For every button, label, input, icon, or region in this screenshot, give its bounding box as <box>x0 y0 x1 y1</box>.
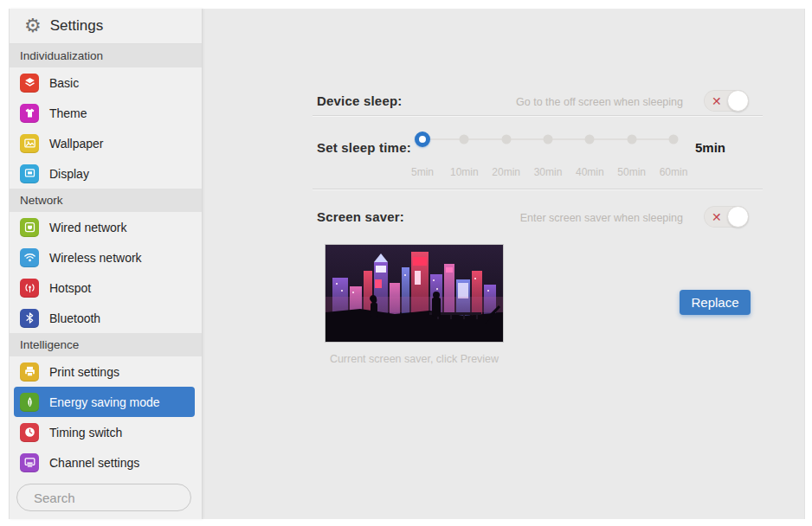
sidebar-item-display[interactable]: Display <box>10 158 202 189</box>
screen-saver-thumbnail[interactable] <box>325 245 503 342</box>
gear-icon: ⚙ <box>24 16 42 35</box>
sidebar-item-bluetooth[interactable]: Bluetooth <box>10 303 202 333</box>
settings-window: ⚙ Settings IndividualizationBasicThemeWa… <box>0 0 812 526</box>
sidebar: ⚙ Settings IndividualizationBasicThemeWa… <box>10 9 203 519</box>
replace-button[interactable]: Replace <box>680 290 751 315</box>
sidebar-item-basic[interactable]: Basic <box>10 67 202 98</box>
sidebar-item-wired-network[interactable]: Wired network <box>10 212 202 242</box>
device-sleep-label: Device sleep: <box>317 93 403 108</box>
sidebar-item-label: Wireless network <box>49 251 142 265</box>
layers-icon <box>20 74 39 93</box>
channel-monitor-icon <box>20 453 39 472</box>
sidebar-item-label: Timing switch <box>49 426 122 439</box>
screen-saver-label: Screen saver: <box>317 209 404 224</box>
slider-stop-10min[interactable] <box>460 135 469 144</box>
slider-tick-label: 5min <box>411 166 434 178</box>
sleep-time-label: Set sleep time: <box>317 140 411 155</box>
sidebar-item-label: Theme <box>49 106 87 120</box>
sidebar-section-intelligence: Intelligence <box>10 333 202 356</box>
slider-stop-60min[interactable] <box>669 135 679 144</box>
sidebar-item-label: Bluetooth <box>49 311 100 325</box>
sidebar-section-individualization: Individualization <box>10 44 202 67</box>
app-frame: ⚙ Settings IndividualizationBasicThemeWa… <box>9 9 805 519</box>
sidebar-item-timing-switch[interactable]: Timing switch <box>10 417 202 447</box>
slider-tick-label: 10min <box>450 166 479 178</box>
screen-saver-caption: Current screen saver, click Preview <box>300 353 529 365</box>
sleep-time-value: 5min <box>695 140 725 155</box>
toggle-knob <box>727 206 749 228</box>
leaf-icon <box>20 393 39 412</box>
search-input[interactable] <box>32 490 208 506</box>
slider-tick-label: 30min <box>534 166 563 178</box>
sidebar-item-label: Wallpaper <box>49 137 104 151</box>
sidebar-item-hotspot[interactable]: Hotspot <box>10 273 202 303</box>
divider <box>313 115 763 117</box>
cyberpunk-city-image <box>325 245 503 342</box>
bluetooth-icon <box>20 309 39 328</box>
sidebar-item-label: Basic <box>49 76 79 90</box>
slider-stop-40min[interactable] <box>585 135 595 144</box>
toggle-off-x-icon: ✕ <box>712 211 722 223</box>
sidebar-section-network: Network <box>10 189 202 212</box>
hotspot-icon <box>20 279 39 298</box>
sidebar-item-wallpaper[interactable]: Wallpaper <box>10 128 202 158</box>
sidebar-item-label: Wired network <box>49 221 126 234</box>
slider-stop-50min[interactable] <box>627 135 636 144</box>
slider-tick-label: 20min <box>492 166 520 178</box>
sidebar-item-label: Hotspot <box>49 281 91 295</box>
sidebar-item-channel-settings[interactable]: Channel settings <box>10 447 202 478</box>
device-sleep-description: Go to the off screen when sleeping <box>516 96 683 108</box>
sidebar-item-energy-saving-mode[interactable]: Energy saving mode <box>14 387 195 417</box>
photo-icon <box>20 134 39 153</box>
slider-stop-30min[interactable] <box>544 135 553 144</box>
printer-icon <box>20 362 39 382</box>
main-content: Device sleep: Go to the off screen when … <box>203 9 804 519</box>
monitor-icon <box>20 164 39 183</box>
screen-saver-description: Enter screen saver when sleeping <box>520 212 683 224</box>
screen-saver-toggle[interactable]: ✕ <box>704 206 749 228</box>
slider-stop-5min[interactable] <box>415 132 430 147</box>
toggle-knob <box>727 90 749 112</box>
app-title: Settings <box>50 17 103 35</box>
toggle-off-x-icon: ✕ <box>712 95 722 107</box>
sidebar-item-label: Display <box>49 167 89 181</box>
slider-tick-label: 40min <box>576 166 604 178</box>
device-sleep-toggle[interactable]: ✕ <box>704 90 749 112</box>
sidebar-sections: IndividualizationBasicThemeWallpaperDisp… <box>10 44 202 478</box>
sidebar-item-label: Print settings <box>49 365 119 379</box>
slider-tick-label: 60min <box>660 166 688 178</box>
wifi-icon <box>20 248 39 267</box>
sidebar-item-print-settings[interactable]: Print settings <box>10 356 202 387</box>
sidebar-item-wireless-network[interactable]: Wireless network <box>10 242 202 273</box>
slider-stop-20min[interactable] <box>501 135 511 144</box>
clock-icon <box>20 423 39 442</box>
sidebar-header: ⚙ Settings <box>10 9 202 44</box>
divider <box>313 189 763 190</box>
sidebar-item-label: Energy saving mode <box>49 395 160 409</box>
sidebar-item-theme[interactable]: Theme <box>10 98 202 128</box>
wired-network-icon <box>20 218 39 237</box>
sidebar-item-label: Channel settings <box>49 456 139 470</box>
slider-tick-label: 50min <box>617 166 646 178</box>
tshirt-icon <box>20 104 39 123</box>
search-box[interactable] <box>16 484 191 511</box>
